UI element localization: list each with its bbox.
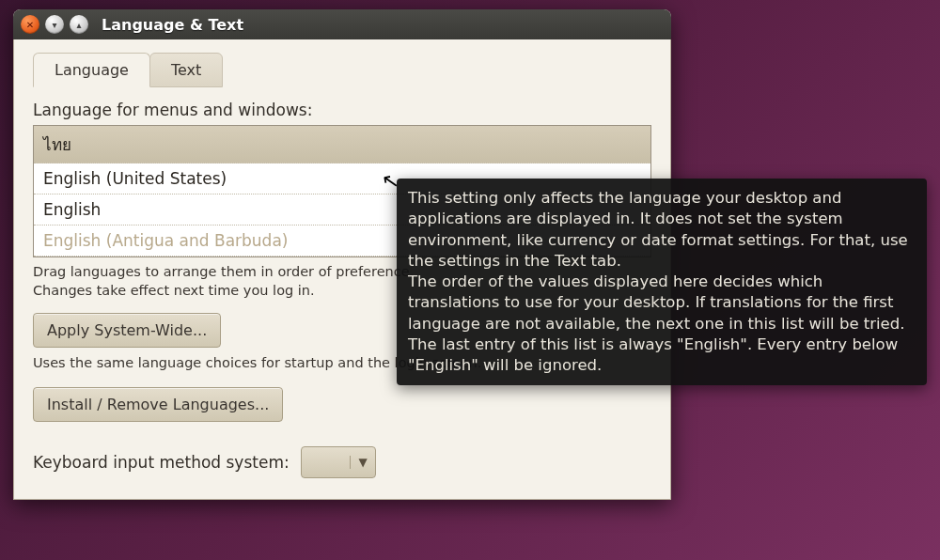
apply-system-wide-button[interactable]: Apply System-Wide...	[33, 313, 221, 348]
tab-bar: Language Text	[33, 53, 651, 87]
language-list-heading: Language for menus and windows:	[33, 101, 651, 119]
titlebar[interactable]: ✕ ▾ ▴ Language & Text	[13, 9, 671, 39]
install-remove-languages-button[interactable]: Install / Remove Languages...	[33, 387, 283, 422]
maximize-icon[interactable]: ▴	[70, 15, 88, 34]
help-tooltip: This setting only affects the language y…	[397, 179, 927, 385]
list-item[interactable]: ไทย	[34, 126, 650, 163]
window-title: Language & Text	[102, 16, 243, 34]
close-icon[interactable]: ✕	[21, 15, 39, 34]
chevron-down-icon: ▼	[350, 456, 367, 469]
minimize-icon[interactable]: ▾	[45, 15, 64, 34]
tab-text[interactable]: Text	[149, 53, 223, 87]
keyboard-input-label: Keyboard input method system:	[33, 453, 290, 472]
keyboard-input-select[interactable]: ▼	[301, 446, 376, 478]
tab-language[interactable]: Language	[33, 53, 150, 87]
